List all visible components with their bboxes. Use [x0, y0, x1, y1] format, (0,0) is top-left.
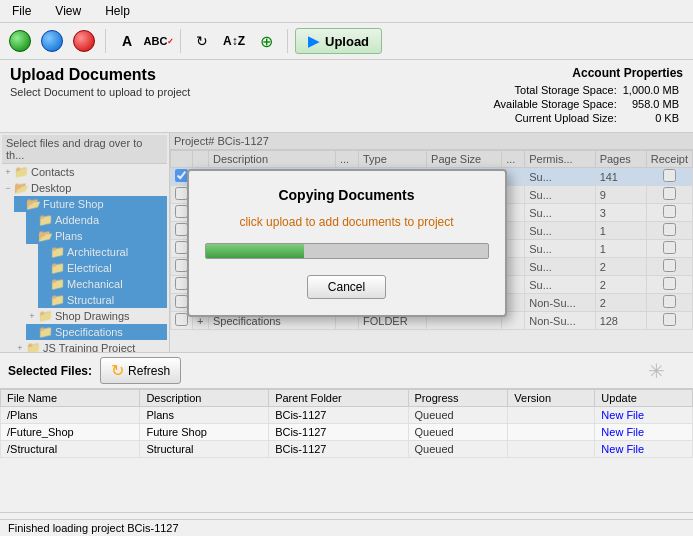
file-parent: BCis-1127: [269, 424, 408, 441]
file-desc: Plans: [140, 407, 269, 424]
file-version: [508, 424, 595, 441]
file-version: [508, 441, 595, 458]
menu-view[interactable]: View: [51, 2, 85, 20]
cancel-button[interactable]: Cancel: [307, 275, 386, 299]
modal-text: click upload to add documents to project: [205, 215, 489, 229]
forward-icon: [41, 30, 63, 52]
status-bar: Finished loading project BCis-1127: [0, 519, 693, 536]
add-button[interactable]: ⊕: [252, 27, 280, 55]
files-scroll[interactable]: File Name Description Parent Folder Prog…: [0, 389, 693, 485]
col-update: Update: [595, 390, 693, 407]
toolbar: A ABC✓ ↻ A↕Z ⊕ ▶ Upload: [0, 23, 693, 60]
col-description: Description: [140, 390, 269, 407]
refresh-label: Refresh: [128, 364, 170, 378]
file-name: /Plans: [1, 407, 140, 424]
stop-button[interactable]: [70, 27, 98, 55]
forward-button[interactable]: [38, 27, 66, 55]
list-item[interactable]: /Structural Structural BCis-1127 Queued …: [1, 441, 693, 458]
file-name: /Structural: [1, 441, 140, 458]
file-version: [508, 407, 595, 424]
progress-bar-fill: [206, 244, 305, 258]
spinner-icon: ✳: [648, 359, 665, 383]
file-progress: Queued: [408, 441, 508, 458]
modal-overlay: Copying Documents click upload to add do…: [0, 133, 693, 352]
upload-label: Upload: [325, 34, 369, 49]
menu-file[interactable]: File: [8, 2, 35, 20]
file-progress: Queued: [408, 424, 508, 441]
account-table: Total Storage Space: 1,000.0 MB Availabl…: [489, 82, 683, 126]
col-parent: Parent Folder: [269, 390, 408, 407]
page-subtitle: Select Document to upload to project: [10, 86, 190, 98]
available-label: Available Storage Space:: [491, 98, 618, 110]
progress-bar-container: [205, 243, 489, 259]
copying-dialog: Copying Documents click upload to add do…: [187, 169, 507, 317]
separator-2: [180, 29, 181, 53]
list-item[interactable]: /Plans Plans BCis-1127 Queued New File: [1, 407, 693, 424]
file-update: New File: [595, 407, 693, 424]
spell-button[interactable]: ABC✓: [145, 27, 173, 55]
storage-label: Total Storage Space:: [491, 84, 618, 96]
back-button[interactable]: [6, 27, 34, 55]
header-section: Upload Documents Select Document to uplo…: [0, 60, 693, 133]
menu-help[interactable]: Help: [101, 2, 134, 20]
file-desc: Structural: [140, 441, 269, 458]
modal-title: Copying Documents: [205, 187, 489, 203]
upload-size-label: Current Upload Size:: [491, 112, 618, 124]
separator-1: [105, 29, 106, 53]
file-update: New File: [595, 424, 693, 441]
account-properties: Account Properties Total Storage Space: …: [489, 66, 683, 126]
available-value: 958.0 MB: [621, 98, 681, 110]
upload-button[interactable]: ▶ Upload: [295, 28, 382, 54]
refresh-icon: ↻: [111, 361, 124, 380]
file-progress: Queued: [408, 407, 508, 424]
col-version: Version: [508, 390, 595, 407]
file-update: New File: [595, 441, 693, 458]
back-icon: [9, 30, 31, 52]
file-parent: BCis-1127: [269, 441, 408, 458]
file-name: /Future_Shop: [1, 424, 140, 441]
refresh-button[interactable]: ↻ Refresh: [100, 357, 181, 384]
file-parent: BCis-1127: [269, 407, 408, 424]
font-button[interactable]: A: [113, 27, 141, 55]
selected-files-bar: Selected Files: ↻ Refresh ✳: [0, 353, 693, 389]
upload-size-value: 0 KB: [621, 112, 681, 124]
main-content: Select files and drag over to th... + 📁 …: [0, 133, 693, 353]
separator-3: [287, 29, 288, 53]
list-item[interactable]: /Future_Shop Future Shop BCis-1127 Queue…: [1, 424, 693, 441]
menu-bar: File View Help: [0, 0, 693, 23]
col-progress: Progress: [408, 390, 508, 407]
stop-icon: [73, 30, 95, 52]
upload-info: Upload Documents Select Document to uplo…: [10, 66, 190, 98]
col-filename: File Name: [1, 390, 140, 407]
account-title: Account Properties: [489, 66, 683, 80]
page-title: Upload Documents: [10, 66, 190, 84]
bottom-section: Selected Files: ↻ Refresh ✳ File Name De…: [0, 353, 693, 513]
status-text: Finished loading project BCis-1127: [8, 522, 179, 534]
storage-value: 1,000.0 MB: [621, 84, 681, 96]
refresh-toolbar-button[interactable]: ↻: [188, 27, 216, 55]
sort-button[interactable]: A↕Z: [220, 27, 248, 55]
selected-files-label: Selected Files:: [8, 364, 92, 378]
upload-play-icon: ▶: [308, 33, 319, 49]
files-table: File Name Description Parent Folder Prog…: [0, 389, 693, 458]
file-desc: Future Shop: [140, 424, 269, 441]
